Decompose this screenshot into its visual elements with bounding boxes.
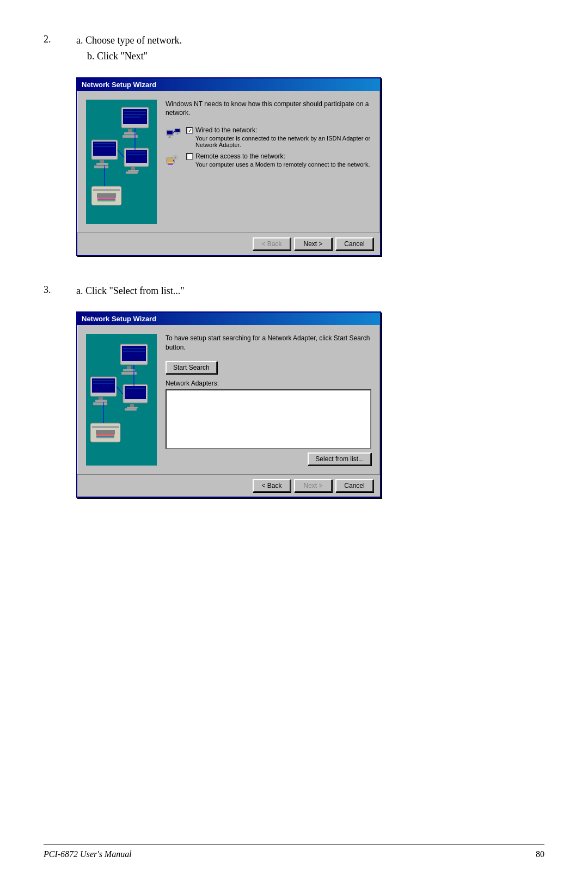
section-2-body: a. Choose type of network. b. Click "Nex…: [76, 33, 544, 256]
select-from-list-row: Select from list...: [166, 452, 371, 466]
section-2-instruction-a: a. Choose type of network.: [76, 33, 544, 48]
dialog-2-next-button[interactable]: Next >: [294, 479, 332, 492]
dialog-2-cancel-button[interactable]: Cancel: [335, 479, 373, 492]
svg-rect-27: [97, 199, 115, 200]
dialog-option-wired-row: Wired to the network: Your computer is c…: [166, 126, 371, 148]
svg-rect-38: [177, 133, 178, 134]
svg-rect-24: [93, 189, 120, 191]
svg-rect-12: [96, 163, 108, 165]
svg-rect-63: [93, 402, 107, 405]
remote-option-desc: Your computer uses a Modem to remotely c…: [186, 161, 371, 168]
section-3-body: a. Click "Select from list..." Network S…: [76, 283, 544, 498]
svg-rect-72: [96, 430, 115, 435]
section-2: 2. a. Choose type of network. b. Click "…: [44, 33, 544, 256]
svg-rect-25: [97, 193, 116, 198]
dialog-1-next-button[interactable]: Next >: [294, 237, 332, 250]
svg-rect-53: [123, 369, 135, 371]
svg-rect-11: [100, 160, 104, 163]
dialog-2-text: To have setup start searching for a Netw…: [166, 334, 371, 352]
section-2-number: 2.: [44, 33, 76, 256]
start-search-button[interactable]: Start Search: [166, 361, 217, 374]
dialog-2-title: Network Setup Wizard: [82, 315, 156, 323]
svg-rect-26: [97, 198, 115, 199]
svg-rect-60: [95, 400, 107, 402]
wired-label-text: Wired to the network:: [195, 126, 257, 134]
svg-rect-22: [126, 172, 138, 174]
remote-option-label[interactable]: Remote access to the network:: [186, 152, 371, 160]
dialog-1-footer: < Back Next > Cancel: [77, 233, 380, 255]
footer-manual-title: PCI-6872 User's Manual: [44, 849, 132, 859]
svg-rect-4: [124, 132, 136, 134]
svg-rect-71: [92, 426, 119, 428]
svg-rect-33: [167, 131, 173, 134]
svg-rect-35: [168, 137, 171, 138]
remote-access-icon: [166, 154, 182, 170]
wired-option-desc: Your computer is connected to the networ…: [186, 135, 371, 148]
dialog-1: Network Setup Wizard: [76, 77, 381, 256]
remote-label-text: Remote access to the network:: [195, 152, 285, 160]
computers-illustration: [89, 102, 154, 222]
svg-rect-28: [97, 200, 115, 201]
section-3-instruction: a. Click "Select from list...": [76, 283, 544, 299]
svg-point-45: [175, 157, 176, 158]
svg-rect-67: [127, 407, 138, 408]
wired-option-text: Wired to the network: Your computer is c…: [186, 126, 371, 148]
dialog-2-back-button[interactable]: < Back: [253, 479, 291, 492]
svg-rect-66: [130, 404, 134, 407]
svg-rect-51: [122, 346, 146, 361]
network-adapters-label: Network Adapters:: [166, 380, 371, 387]
section-2-instruction-b: b. Click "Next": [76, 48, 544, 64]
svg-rect-59: [99, 397, 103, 400]
dialog-2-footer: < Back Next > Cancel: [77, 474, 380, 497]
svg-rect-74: [96, 436, 114, 437]
svg-rect-42: [167, 158, 174, 162]
wired-option-label[interactable]: Wired to the network:: [186, 126, 371, 134]
svg-rect-69: [125, 408, 137, 411]
page-footer: PCI-6872 User's Manual 80: [44, 845, 544, 859]
dialog-2-body: To have setup start searching for a Netw…: [77, 325, 380, 474]
dialog-1-image: [86, 100, 157, 224]
footer-page-number: 80: [536, 849, 544, 859]
svg-rect-18: [131, 167, 135, 170]
svg-rect-39: [176, 134, 179, 134]
dialog-2-titlebar: Network Setup Wizard: [77, 313, 380, 325]
dialog-1-back-button[interactable]: < Back: [253, 237, 291, 250]
section-3: 3. a. Click "Select from list..." Networ…: [44, 283, 544, 498]
dialog-1-body: Windows NT needs to know how this comput…: [77, 91, 380, 233]
remote-option-text: Remote access to the network: Your compu…: [186, 152, 371, 168]
section-3-instruction-a: a. Click "Select from list...": [76, 283, 544, 299]
dialog-1-cancel-button[interactable]: Cancel: [335, 237, 373, 250]
section-2-instruction: a. Choose type of network. b. Click "Nex…: [76, 33, 544, 64]
svg-rect-37: [175, 129, 180, 132]
remote-checkbox[interactable]: [186, 153, 193, 160]
select-from-list-button[interactable]: Select from list...: [308, 452, 371, 466]
svg-rect-73: [96, 435, 114, 436]
dialog-1-content: Windows NT needs to know how this comput…: [166, 100, 371, 224]
svg-rect-15: [94, 166, 108, 168]
dialog-1-text: Windows NT needs to know how this comput…: [166, 100, 371, 118]
svg-rect-34: [169, 136, 170, 137]
svg-rect-56: [121, 372, 137, 375]
svg-rect-52: [127, 366, 131, 369]
svg-rect-8: [122, 135, 138, 138]
network-adapters-list[interactable]: [166, 389, 371, 449]
dialog-2-image: [86, 334, 157, 466]
dialog-1-title: Network Setup Wizard: [82, 81, 156, 89]
svg-rect-48: [168, 164, 173, 165]
svg-rect-75: [96, 437, 114, 438]
wired-checkbox[interactable]: [186, 127, 193, 134]
page-content: 2. a. Choose type of network. b. Click "…: [44, 33, 544, 498]
computers-illustration-2: [89, 340, 154, 460]
svg-rect-47: [168, 163, 173, 164]
svg-rect-2: [123, 109, 147, 124]
dialog-2: Network Setup Wizard: [76, 311, 381, 498]
svg-rect-19: [128, 170, 139, 172]
dialog-2-content: To have setup start searching for a Netw…: [166, 334, 371, 466]
wired-network-icon: [166, 127, 182, 144]
svg-rect-3: [128, 129, 132, 132]
dialog-1-titlebar: Network Setup Wizard: [77, 78, 380, 91]
dialog-option-remote-row: Remote access to the network: Your compu…: [166, 152, 371, 170]
section-3-number: 3.: [44, 283, 76, 498]
